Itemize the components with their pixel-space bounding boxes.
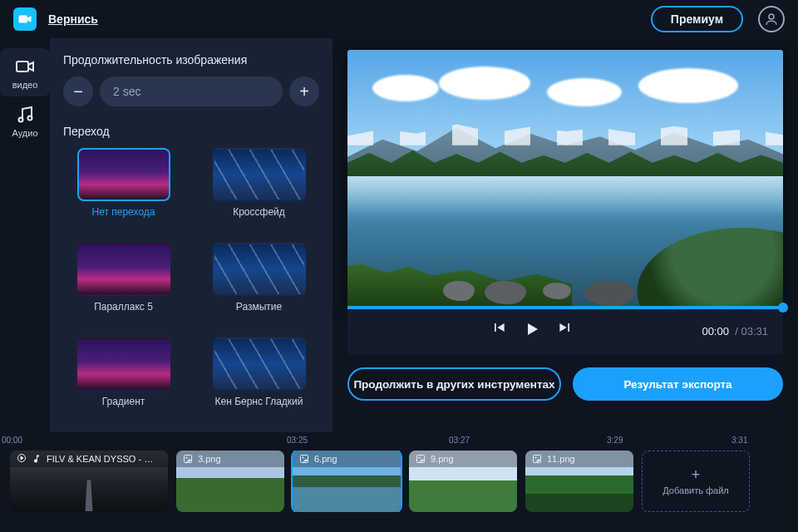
transition-option[interactable]: Размытие [199, 243, 319, 326]
timeline-track[interactable]: FILV & KEAN DYSSO - …3.png6.png9.png11.p… [0, 451, 798, 512]
transition-label: Кроссфейд [233, 206, 285, 231]
svg-rect-2 [17, 62, 28, 71]
clip-name: 3.png [198, 454, 221, 464]
timeline-ruler: 00:0003:2503:273:293:31 [0, 432, 798, 451]
transition-thumbnail [77, 148, 170, 201]
side-rail: видео Аудио [0, 38, 50, 432]
duration-title: Продолжительность изображения [63, 53, 319, 66]
main-area: видео Аудио Продолжительность изображени… [0, 38, 798, 432]
image-clip-icon [299, 454, 309, 464]
image-clip-icon [183, 454, 193, 464]
timeline-clip[interactable]: 6.png [293, 451, 401, 512]
export-button[interactable]: Результат экспорта [573, 367, 783, 401]
clip-header: 11.png [525, 451, 633, 467]
progress-bar[interactable] [347, 306, 783, 309]
duration-increase-button[interactable]: + [289, 76, 319, 106]
video-icon [15, 57, 35, 76]
transition-option[interactable]: Градиент [63, 337, 184, 421]
rail-label-audio: Аудио [12, 128, 37, 138]
transition-label: Кен Бернс Гладкий [215, 396, 303, 421]
app-logo [13, 7, 37, 31]
transition-label: Параллакс 5 [94, 301, 153, 326]
clip-name: FILV & KEAN DYSSO - … [47, 454, 153, 464]
plus-icon: + [692, 467, 701, 482]
ruler-tick: 3:29 [607, 436, 623, 445]
continue-button[interactable]: Продолжить в других инструментах [347, 367, 561, 401]
time-current: 00:00 [702, 325, 729, 337]
ruler-tick: 00:00 [2, 436, 22, 445]
time-total: 03:31 [741, 325, 768, 337]
svg-rect-0 [19, 16, 28, 23]
svg-point-7 [186, 457, 188, 459]
transition-title: Переход [63, 125, 319, 138]
duration-decrease-button[interactable]: − [63, 76, 93, 106]
duration-value[interactable]: 2 sec [100, 76, 283, 106]
time-display: 00:00 / 03:31 [702, 325, 768, 337]
preview-pane: 00:00 / 03:31 Продолжить в других инстру… [332, 38, 798, 432]
transition-thumbnail [213, 148, 306, 201]
clip-header: FILV & KEAN DYSSO - … [10, 451, 168, 467]
top-bar: Вернись Премиум [0, 0, 798, 38]
clip-name: 11.png [547, 454, 575, 464]
camera-icon [17, 12, 32, 27]
timeline-clip[interactable]: 3.png [176, 451, 284, 512]
ruler-tick: 03:27 [449, 436, 470, 445]
clip-name: 9.png [431, 454, 454, 464]
transition-thumbnail [213, 337, 306, 391]
transition-option[interactable]: Параллакс 5 [63, 243, 184, 326]
ruler-tick: 03:25 [287, 436, 308, 445]
preview-viewport [347, 50, 783, 308]
transition-thumbnail [77, 243, 170, 296]
transition-label: Нет перехода [92, 206, 155, 231]
transition-option[interactable]: Кен Бернс Гладкий [199, 337, 319, 421]
timeline: 00:0003:2503:273:293:31 FILV & KEAN DYSS… [0, 432, 798, 532]
account-button[interactable] [758, 6, 785, 32]
transition-option[interactable]: Нет перехода [63, 148, 184, 231]
back-link[interactable]: Вернись [48, 12, 98, 26]
clip-name: 6.png [314, 454, 337, 464]
transition-label: Градиент [102, 396, 145, 421]
rail-label-video: видео [12, 80, 38, 90]
skip-next-icon [557, 319, 574, 336]
settings-panel: Продолжительность изображения − 2 sec + … [50, 38, 332, 432]
player-controls: 00:00 / 03:31 [347, 308, 783, 354]
transitions-grid: Нет переходаКроссфейдПараллакс 5Размытие… [63, 148, 319, 421]
clip-play-icon[interactable] [17, 453, 27, 465]
audio-clip-icon [32, 454, 42, 464]
ruler-tick: 3:31 [732, 436, 747, 445]
play-icon [522, 319, 542, 339]
image-clip-icon [532, 454, 542, 464]
next-button[interactable] [557, 319, 574, 342]
premium-button[interactable]: Премиум [651, 6, 743, 32]
user-icon [764, 12, 779, 27]
image-clip-icon [416, 454, 426, 464]
action-row: Продолжить в других инструментах Результ… [347, 367, 783, 401]
clip-header: 9.png [409, 451, 517, 467]
svg-point-9 [303, 457, 304, 459]
prev-button[interactable] [490, 319, 507, 342]
clip-header: 6.png [293, 451, 401, 467]
skip-previous-icon [490, 319, 507, 336]
add-file-button[interactable]: +Добавить файл [642, 451, 750, 512]
svg-point-11 [419, 457, 421, 459]
timeline-clip[interactable]: 11.png [525, 451, 633, 512]
rail-item-video[interactable]: видео [0, 48, 50, 96]
rail-item-audio[interactable]: Аудио [0, 96, 50, 145]
transition-label: Размытие [236, 301, 282, 326]
music-icon [15, 105, 35, 125]
svg-point-3 [19, 118, 23, 122]
timeline-clip[interactable]: FILV & KEAN DYSSO - … [10, 451, 168, 512]
play-button[interactable] [522, 319, 542, 342]
transition-thumbnail [213, 243, 306, 296]
timeline-clip[interactable]: 9.png [409, 451, 517, 512]
clip-header: 3.png [176, 451, 284, 467]
svg-point-4 [28, 116, 32, 121]
transition-option[interactable]: Кроссфейд [199, 148, 319, 231]
svg-point-13 [535, 457, 537, 459]
duration-stepper: − 2 sec + [63, 76, 319, 106]
transition-thumbnail [77, 337, 170, 391]
svg-point-1 [769, 14, 774, 19]
add-file-label: Добавить файл [663, 485, 728, 495]
